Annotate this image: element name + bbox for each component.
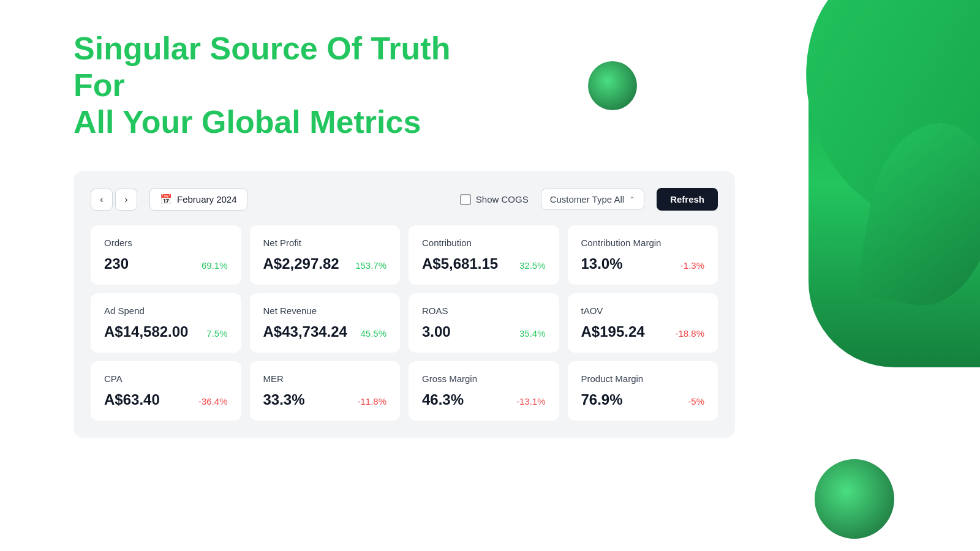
metric-values: A$63.40-36.4% [104, 391, 228, 408]
metric-values: 46.3%-13.1% [422, 391, 546, 408]
metric-label: Gross Margin [422, 373, 546, 384]
chevron-down-icon: ⌃ [629, 195, 635, 204]
metric-card: Ad SpendA$14,582.007.5% [91, 293, 241, 353]
metric-change: 35.4% [519, 328, 546, 339]
metric-card: CPAA$63.40-36.4% [91, 361, 241, 421]
prev-button[interactable]: ‹ [91, 189, 113, 211]
metric-card: Gross Margin46.3%-13.1% [409, 361, 559, 421]
metric-change: -18.8% [675, 328, 704, 339]
metrics-grid: Orders23069.1%Net ProfitA$2,297.82153.7%… [91, 225, 718, 421]
date-selector[interactable]: 📅 February 2024 [149, 188, 247, 211]
metric-label: Net Revenue [263, 305, 387, 316]
metric-label: Contribution Margin [581, 238, 705, 248]
metric-value: A$63.40 [104, 391, 160, 408]
metric-values: 23069.1% [104, 255, 228, 272]
metric-label: Orders [104, 238, 228, 248]
dashboard-panel: ‹ › 📅 February 2024 Show COGS Customer T… [74, 171, 735, 438]
metric-change: -1.3% [680, 260, 704, 271]
metric-change: -36.4% [198, 396, 228, 407]
metric-values: 13.0%-1.3% [581, 255, 705, 272]
metric-label: tAOV [581, 305, 705, 316]
metric-change: 153.7% [355, 260, 386, 271]
metric-label: Contribution [422, 238, 546, 248]
metric-value: 13.0% [581, 255, 623, 272]
metric-value: 3.00 [422, 323, 451, 340]
metric-value: A$5,681.15 [422, 255, 498, 272]
customer-type-select[interactable]: Customer Type All ⌃ [541, 189, 644, 210]
metric-value: 33.3% [263, 391, 305, 408]
metric-values: A$2,297.82153.7% [263, 255, 387, 272]
metric-label: MER [263, 373, 387, 384]
cogs-checkbox[interactable] [460, 194, 471, 205]
metric-value: A$195.24 [581, 323, 645, 340]
metric-label: ROAS [422, 305, 546, 316]
metric-value: 230 [104, 255, 129, 272]
metric-values: 33.3%-11.8% [263, 391, 387, 408]
date-label: February 2024 [177, 194, 237, 204]
metric-change: 32.5% [519, 260, 546, 271]
metric-change: -13.1% [516, 396, 546, 407]
nav-group: ‹ › [91, 189, 137, 211]
metric-change: 45.5% [360, 328, 386, 339]
calendar-icon: 📅 [160, 193, 172, 205]
metric-value: A$2,297.82 [263, 255, 339, 272]
deco-circle-bottom-right [815, 459, 894, 539]
metric-label: CPA [104, 373, 228, 384]
metric-card: Orders23069.1% [91, 225, 241, 285]
metric-values: A$14,582.007.5% [104, 323, 228, 340]
metric-card: MER33.3%-11.8% [250, 361, 401, 421]
metric-card: ROAS3.0035.4% [409, 293, 559, 353]
metric-values: A$195.24-18.8% [581, 323, 705, 340]
metric-change: -5% [688, 396, 704, 407]
metric-card: ContributionA$5,681.1532.5% [409, 225, 559, 285]
metric-value: 46.3% [422, 391, 464, 408]
metric-values: 3.0035.4% [422, 323, 546, 340]
metric-change: -11.8% [357, 396, 386, 407]
toolbar: ‹ › 📅 February 2024 Show COGS Customer T… [91, 188, 718, 211]
metric-card: Net RevenueA$43,734.2445.5% [250, 293, 401, 353]
page-headline: Singular Source Of Truth For All Your Gl… [74, 31, 490, 140]
metric-label: Product Margin [581, 373, 705, 384]
metric-values: 76.9%-5% [581, 391, 705, 408]
metric-card: Contribution Margin13.0%-1.3% [568, 225, 718, 285]
metric-card: Net ProfitA$2,297.82153.7% [250, 225, 401, 285]
customer-type-label: Customer Type All [550, 194, 624, 204]
metric-value: A$43,734.24 [263, 323, 347, 340]
metric-card: tAOVA$195.24-18.8% [568, 293, 718, 353]
metric-change: 69.1% [202, 260, 228, 271]
metric-label: Net Profit [263, 238, 387, 248]
metric-change: 7.5% [206, 328, 227, 339]
metric-value: 76.9% [581, 391, 623, 408]
next-button[interactable]: › [115, 189, 137, 211]
metric-values: A$43,734.2445.5% [263, 323, 387, 340]
show-cogs-label: Show COGS [476, 194, 529, 204]
metric-card: Product Margin76.9%-5% [568, 361, 718, 421]
metric-value: A$14,582.00 [104, 323, 188, 340]
metric-values: A$5,681.1532.5% [422, 255, 546, 272]
show-cogs-toggle[interactable]: Show COGS [460, 194, 529, 205]
metric-label: Ad Spend [104, 305, 228, 316]
refresh-button[interactable]: Refresh [657, 188, 718, 211]
